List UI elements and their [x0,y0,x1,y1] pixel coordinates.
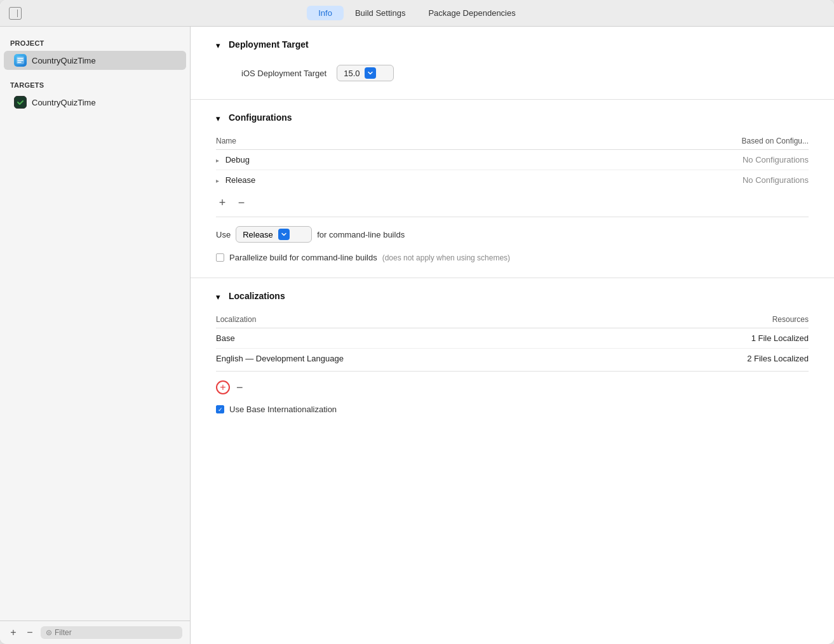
localizations-section: ▾ Localizations Localization Resources B… [191,278,834,429]
parallelize-checkbox-row: Parallelize build for command-line build… [216,248,809,265]
deployment-target-row: iOS Deployment Target 15.0 [216,60,809,86]
config-row-debug: ▸ Debug No Configurations [216,150,809,170]
config-release-name: ▸ Release [216,170,436,191]
base-intl-checkbox[interactable] [216,405,224,413]
configurations-chevron[interactable]: ▾ [216,114,224,121]
for-label: for command-line builds [317,230,405,239]
deployment-target-title: Deployment Target [229,39,309,50]
remove-localization-button[interactable]: − [236,382,243,393]
main-layout: PROJECT CountryQuizTime TARGETS [0,27,834,644]
add-loc-row: + − [216,374,809,399]
base-intl-row: Use Base Internationalization [216,399,809,417]
filter-wrapper: ⊜ [41,626,182,639]
ios-deployment-value: 15.0 [344,69,360,78]
top-bar: Info Build Settings Package Dependencies [0,0,834,27]
config-debug-based-on: No Configurations [436,150,809,170]
add-config-button[interactable]: + [216,196,229,209]
sidebar-content: PROJECT CountryQuizTime TARGETS [0,27,190,621]
target-icon [14,96,27,109]
sidebar-footer: + − ⊜ [0,621,190,644]
config-based-on-header: Based on Configu... [436,133,809,150]
configurations-title: Configurations [229,112,292,123]
loc-resources-header: Resources [616,311,809,328]
tab-info[interactable]: Info [307,6,344,20]
parallelize-note: (does not apply when using schemes) [382,253,510,262]
loc-english-resources: 2 Files Localized [616,349,809,369]
configurations-section: ▾ Configurations Name Based on Configu..… [191,100,834,278]
loc-base-name: Base [216,328,616,349]
localizations-chevron[interactable]: ▾ [216,292,224,300]
project-label: CountryQuizTime [32,56,96,65]
use-label: Use [216,230,231,239]
base-intl-label: Use Base Internationalization [229,405,337,414]
sidebar-toggle-button[interactable] [9,7,22,20]
cmdline-row: Use Release for command-line builds [216,224,809,248]
sidebar-toggle-icon [13,10,18,17]
config-action-buttons: + − [216,190,809,217]
parallelize-label: Parallelize build for command-line build… [229,253,377,262]
ios-deployment-arrow-icon [365,67,376,79]
localizations-title: Localizations [229,291,285,301]
sidebar: PROJECT CountryQuizTime TARGETS [0,27,191,644]
project-section-title: PROJECT [0,37,190,51]
tab-package-dependencies[interactable]: Package Dependencies [417,6,527,20]
deployment-target-chevron[interactable]: ▾ [216,41,224,48]
tab-build-settings[interactable]: Build Settings [344,6,417,20]
remove-target-button[interactable]: − [24,627,36,638]
localizations-header: ▾ Localizations [216,291,809,301]
configurations-header: ▾ Configurations [216,112,809,123]
targets-section-title: TARGETS [0,79,190,93]
config-name-header: Name [216,133,436,150]
main-window: Info Build Settings Package Dependencies… [0,0,834,644]
parallelize-checkbox[interactable] [216,253,224,262]
target-label: CountryQuizTime [32,98,96,107]
config-row-release: ▸ Release No Configurations [216,170,809,191]
config-debug-name: ▸ Debug [216,150,436,170]
filter-icon: ⊜ [46,628,52,637]
cmdline-arrow-icon [278,229,290,240]
config-release-based-on: No Configurations [436,170,809,191]
configurations-table: Name Based on Configu... ▸ Debug No Conf… [216,133,809,190]
localizations-table: Localization Resources Base 1 File Local… [216,311,809,368]
filter-input[interactable] [55,628,177,637]
loc-row-base: Base 1 File Localized [216,328,809,349]
content-area: ▾ Deployment Target iOS Deployment Targe… [191,27,834,644]
config-release-chevron[interactable]: ▸ [216,177,219,184]
deployment-target-header: ▾ Deployment Target [216,39,809,50]
cmdline-dropdown[interactable]: Release [236,226,312,243]
loc-base-resources: 1 File Localized [616,328,809,349]
add-localization-button[interactable]: + [216,380,230,394]
project-icon [14,54,27,67]
ios-deployment-label: iOS Deployment Target [241,69,326,78]
ios-deployment-dropdown[interactable]: 15.0 [337,65,394,81]
loc-english-name: English — Development Language [216,349,616,369]
sidebar-item-project[interactable]: CountryQuizTime [4,51,186,70]
loc-row-english: English — Development Language 2 Files L… [216,349,809,369]
add-target-button[interactable]: + [8,627,19,638]
cmdline-value: Release [243,230,273,239]
remove-config-button[interactable]: − [235,196,248,209]
top-tabs: Info Build Settings Package Dependencies [307,6,527,20]
sidebar-item-target[interactable]: CountryQuizTime [4,93,186,112]
deployment-target-section: ▾ Deployment Target iOS Deployment Targe… [191,27,834,100]
loc-localization-header: Localization [216,311,616,328]
config-debug-chevron[interactable]: ▸ [216,157,219,164]
